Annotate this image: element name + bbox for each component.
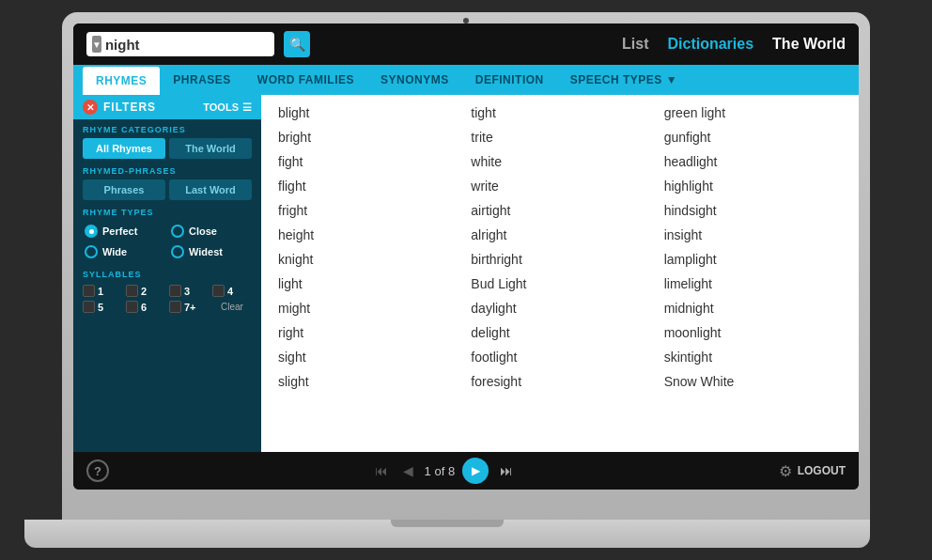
result-word[interactable]: hindsight <box>657 198 849 223</box>
rhyme-type-wide[interactable]: Wide <box>83 243 165 260</box>
play-button[interactable]: ▶ <box>462 458 489 484</box>
result-word[interactable]: slight <box>271 369 463 394</box>
rhyme-categories-label: RHYME CATEGORIES <box>73 119 261 136</box>
result-word[interactable]: right <box>271 320 463 345</box>
rhymed-phrases-group: Phrases Last Word <box>73 178 261 202</box>
nav-list[interactable]: List <box>622 36 648 53</box>
result-word[interactable]: limelight <box>657 272 849 296</box>
rhyme-type-perfect[interactable]: Perfect <box>83 223 165 240</box>
result-word[interactable]: trite <box>463 125 656 149</box>
result-word[interactable]: airtight <box>463 198 656 223</box>
result-word[interactable]: might <box>271 296 463 320</box>
checkbox-3 <box>169 285 181 297</box>
result-word[interactable]: light <box>271 272 463 296</box>
result-word[interactable]: foresight <box>463 369 656 394</box>
rhyme-category-group: All Rhymes The World <box>73 136 261 161</box>
tab-word-families[interactable]: WORD FAMILIES <box>244 66 367 94</box>
syllables-label: SYLLABLES <box>73 264 261 281</box>
content-area: ✕ FILTERS TOOLS ☰ RHYME CATEGORIES All R… <box>73 95 859 452</box>
result-word[interactable]: bright <box>271 125 463 149</box>
nav-the-world[interactable]: The World <box>772 36 846 53</box>
logout-area[interactable]: ⚙ LOGOUT <box>779 462 846 480</box>
tab-synonyms[interactable]: SYNONYMS <box>367 66 462 94</box>
btn-the-world[interactable]: The World <box>169 138 252 159</box>
result-word[interactable]: moonlight <box>657 320 849 345</box>
result-word[interactable]: midnight <box>657 296 849 320</box>
pagination: ⏮ ◀ 1 of 8 ▶ ⏭ <box>118 458 769 484</box>
result-word[interactable]: write <box>463 174 656 198</box>
checkbox-5 <box>83 301 95 313</box>
logout-label: LOGOUT <box>798 464 846 477</box>
rhyme-types-grid: Perfect Close Wide <box>73 219 261 264</box>
help-button[interactable]: ? <box>86 459 109 482</box>
syllables-grid: 1 2 3 4 <box>73 281 261 317</box>
checkbox-2 <box>126 285 138 297</box>
result-word[interactable]: fright <box>271 198 463 223</box>
result-word[interactable]: alright <box>463 223 656 247</box>
search-container: ▼ ✕ <box>86 32 274 56</box>
btn-phrases[interactable]: Phrases <box>83 179 165 200</box>
result-word[interactable]: gunfight <box>657 125 849 149</box>
result-word[interactable]: headlight <box>657 149 849 174</box>
radio-perfect <box>85 225 98 238</box>
bottom-bar: ? ⏮ ◀ 1 of 8 ▶ ⏭ ⚙ LOGOUT <box>73 452 859 490</box>
result-word[interactable]: Snow White <box>657 369 849 394</box>
result-word[interactable]: delight <box>463 320 656 345</box>
tools-button[interactable]: TOOLS ☰ <box>203 101 252 114</box>
result-word[interactable]: skintight <box>657 345 849 369</box>
page-info: 1 of 8 <box>425 464 456 478</box>
result-word[interactable]: white <box>463 149 656 174</box>
filters-label: FILTERS <box>103 101 156 114</box>
result-word[interactable]: Bud Light <box>463 272 656 296</box>
result-word[interactable]: knight <box>271 247 463 272</box>
syllable-6[interactable]: 6 <box>126 301 165 313</box>
result-word[interactable]: blight <box>271 101 463 125</box>
result-word[interactable]: green light <box>657 101 849 125</box>
results-table: blightbrightfightflightfrightheightknigh… <box>261 95 859 452</box>
checkbox-7plus <box>169 301 181 313</box>
filters-clear-btn[interactable]: ✕ <box>83 100 98 115</box>
result-word[interactable]: daylight <box>463 296 656 320</box>
btn-last-word[interactable]: Last Word <box>169 179 252 200</box>
result-word[interactable]: insight <box>657 223 849 247</box>
result-word[interactable]: fight <box>271 149 463 174</box>
result-word[interactable]: tight <box>463 101 656 125</box>
page-prev-btn[interactable]: ◀ <box>399 461 417 480</box>
syllable-5[interactable]: 5 <box>83 301 122 313</box>
tab-bar: RHYMES PHRASES WORD FAMILIES SYNONYMS DE… <box>73 65 859 95</box>
rhyme-type-widest[interactable]: Widest <box>169 243 252 260</box>
nav-dictionaries[interactable]: Dictionaries <box>667 36 753 53</box>
header: ▼ ✕ 🔍 List Dictionaries The World <box>73 23 859 65</box>
search-input[interactable] <box>105 37 287 53</box>
results-columns: blightbrightfightflightfrightheightknigh… <box>271 101 849 394</box>
syllable-7plus[interactable]: 7+ <box>169 301 209 313</box>
checkbox-6 <box>126 301 138 313</box>
syllable-3[interactable]: 3 <box>169 285 209 297</box>
header-nav: List Dictionaries The World <box>622 36 846 53</box>
tab-definition[interactable]: DEFINITION <box>462 66 557 94</box>
tab-phrases[interactable]: PHRASES <box>160 66 244 94</box>
checkbox-1 <box>83 285 95 297</box>
syllable-2[interactable]: 2 <box>126 285 165 297</box>
result-word[interactable]: flight <box>271 174 463 198</box>
syllables-clear-btn[interactable]: Clear <box>212 301 252 313</box>
page-first-btn[interactable]: ⏮ <box>371 461 392 480</box>
result-word[interactable]: sight <box>271 345 463 369</box>
result-word[interactable]: footlight <box>463 345 656 369</box>
results-column-2: tighttritewhitewriteairtightalrightbirth… <box>463 101 656 394</box>
result-word[interactable]: highlight <box>657 174 849 198</box>
search-button[interactable]: 🔍 <box>284 31 310 57</box>
result-word[interactable]: birthright <box>463 247 656 272</box>
filters-header: ✕ FILTERS TOOLS ☰ <box>73 95 261 119</box>
syllable-4[interactable]: 4 <box>212 285 252 297</box>
page-last-btn[interactable]: ⏭ <box>496 461 517 480</box>
result-word[interactable]: lamplight <box>657 247 849 272</box>
btn-all-rhymes[interactable]: All Rhymes <box>83 138 165 159</box>
result-word[interactable]: height <box>271 223 463 247</box>
rhyme-type-close[interactable]: Close <box>169 223 252 240</box>
tab-speech-types[interactable]: SPEECH TYPES ▼ <box>557 66 691 94</box>
settings-icon: ⚙ <box>779 462 792 480</box>
tab-rhymes[interactable]: RHYMES <box>83 67 160 95</box>
search-dropdown-btn[interactable]: ▼ <box>92 36 101 53</box>
syllable-1[interactable]: 1 <box>83 285 122 297</box>
